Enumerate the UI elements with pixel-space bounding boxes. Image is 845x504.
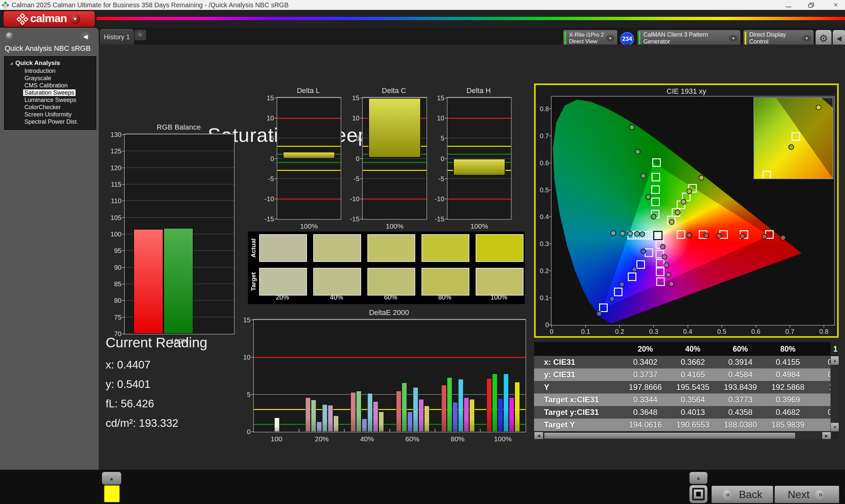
- y-tick-label: 0.8: [540, 105, 549, 112]
- measured-point-red: [739, 234, 745, 239]
- y-tick: [549, 163, 551, 163]
- y-tick-label: 5: [356, 134, 359, 142]
- cie-1931-panel[interactable]: CIE 1931 xy 00.10.20.30.40.50.60.70.800.…: [534, 84, 839, 338]
- measured-point-green: [645, 194, 651, 200]
- deltae-bar: [311, 400, 316, 432]
- meter-count-badge[interactable]: 234: [620, 32, 634, 46]
- chart-plot: 151050-5-10-15100%: [447, 97, 512, 220]
- y-tick-label: 15: [267, 94, 274, 102]
- chevron-down-icon[interactable]: ▼: [606, 35, 615, 41]
- delta-l-chart: Delta L151050-5-10-15100%: [277, 97, 340, 218]
- delta-c-chart: Delta C151050-5-10-15100%: [362, 97, 426, 218]
- sidebar-item-spectral-power-dist-[interactable]: Spectral Power Dist.: [23, 118, 96, 125]
- sidebar-item-introduction[interactable]: Introduction: [23, 67, 96, 74]
- tree-root[interactable]: ◢ Quick Analysis: [10, 59, 96, 67]
- deltae-group-label: 100%: [480, 435, 526, 443]
- stop-pattern-button[interactable]: [689, 485, 708, 503]
- next-button[interactable]: Next »: [774, 486, 839, 503]
- swatch-target-40%: [313, 268, 361, 295]
- close-icon[interactable]: ×: [831, 0, 840, 10]
- sphere-icon: [6, 32, 13, 40]
- table-row: Target y:CIE310.36480.40130.43580.46820.…: [534, 406, 830, 418]
- target-square-magenta: [656, 277, 665, 286]
- table-cell: 0.3773: [717, 394, 764, 406]
- y-tick-label: 95: [114, 247, 122, 255]
- calman-menu-button[interactable]: calman ▼: [3, 11, 95, 27]
- tab-history-1[interactable]: History 1: [100, 29, 134, 45]
- chart-plot: 15105010020%40%60%80%100%: [253, 319, 526, 432]
- minimize-icon[interactable]: [786, 3, 791, 7]
- main-content: Saturation Sweeps RGB Balance70758085909…: [99, 44, 845, 470]
- limit-line-red: [447, 199, 511, 200]
- deltae-bar: [487, 378, 492, 432]
- deltae-bar: [441, 385, 446, 432]
- y-tick-label: -10: [350, 195, 359, 202]
- nav-up-button[interactable]: ▲: [689, 472, 708, 484]
- sidebar-collapse-icon[interactable]: ◀: [80, 31, 91, 42]
- x-tick: [619, 325, 620, 327]
- scroll-left-icon[interactable]: ◀: [534, 432, 543, 439]
- back-button[interactable]: « Back: [711, 486, 773, 503]
- swatch-target-60%: [367, 268, 415, 295]
- pattern-selector-up-button[interactable]: ▲: [102, 472, 122, 485]
- y-tick-label: -5: [438, 175, 444, 182]
- table-column-header: 20%: [621, 342, 669, 356]
- x-tick: [653, 325, 654, 327]
- maximize-icon[interactable]: [808, 3, 814, 7]
- sidebar-item-luminance-sweeps[interactable]: Luminance Sweeps: [23, 96, 96, 104]
- up-arrow-icon: ▲: [109, 475, 114, 481]
- measured-point-blue: [619, 282, 625, 287]
- y-tick: [122, 167, 125, 168]
- pattern-color-swatch[interactable]: [104, 485, 120, 503]
- cie-zoom-inset: [754, 97, 833, 179]
- limit-line-red: [363, 199, 426, 200]
- limit-line-green: [277, 162, 341, 163]
- table-cell: 190.6553: [669, 418, 717, 431]
- chevron-down-icon[interactable]: ▼: [803, 35, 811, 41]
- sidebar-item-colorchecker[interactable]: ColorChecker: [23, 104, 96, 111]
- sidebar-item-cms-calibration[interactable]: CMS Calibration: [23, 82, 96, 89]
- chevron-down-icon[interactable]: ▼: [729, 35, 738, 41]
- chevron-down-icon[interactable]: ▼: [70, 14, 80, 24]
- gridline: [363, 158, 426, 159]
- current-measurement-marker: [653, 231, 663, 240]
- sidebar-item-saturation-sweeps[interactable]: Saturation Sweeps: [23, 89, 96, 96]
- tree-root-label: Quick Analysis: [15, 59, 60, 67]
- display-control-status-bar: [745, 32, 746, 45]
- deltae-bar: [498, 398, 503, 432]
- limit-line-yellow: [447, 146, 511, 147]
- limit-line-yellow: [363, 170, 426, 171]
- y-tick: [360, 199, 363, 199]
- scroll-down-icon[interactable]: ▼: [830, 422, 839, 432]
- table-cell: 0.4358: [717, 406, 764, 418]
- chart-plot: 151050-5-10-15100%: [277, 97, 341, 220]
- inset-measured-point: [816, 105, 822, 110]
- target-square-magenta: [656, 259, 665, 268]
- deltae-bar: [458, 379, 463, 432]
- y-tick-label: 0.5: [540, 186, 549, 194]
- limit-line-green: [363, 162, 426, 163]
- x-tick-label: 0.4: [683, 328, 692, 336]
- y-tick-label: 75: [114, 313, 122, 321]
- sidebar: ◀ Quick Analysis NBC sRGB ◢ Quick Analys…: [0, 28, 99, 470]
- tree-expander-icon[interactable]: ◢: [10, 61, 13, 65]
- scroll-up-icon[interactable]: ▲: [830, 356, 839, 365]
- delta-h-chart: Delta H151050-5-10-15100%: [447, 97, 510, 218]
- add-tab-button[interactable]: +: [134, 30, 146, 40]
- current-reading-cd: cd/m²: 193.332: [106, 417, 207, 430]
- horizontal-scroll-thumb[interactable]: [544, 432, 795, 439]
- sidebar-item-screen-uniformity[interactable]: Screen Uniformity: [23, 111, 96, 118]
- x-tick: [480, 429, 480, 432]
- y-tick: [122, 134, 125, 135]
- x-tick: [688, 325, 688, 327]
- deltae-bar: [424, 406, 429, 432]
- x-tick: [585, 325, 586, 327]
- scroll-right-icon[interactable]: ▶: [822, 432, 831, 439]
- deltae-group-label: 60%: [390, 435, 435, 443]
- sidebar-item-grayscale[interactable]: Grayscale: [23, 74, 96, 82]
- swatch-column-label: 60%: [367, 293, 414, 301]
- measured-point-cyan: [640, 231, 645, 237]
- vertical-scrollbar[interactable]: [830, 356, 839, 431]
- deltae-bar: [464, 397, 469, 432]
- table-cell: 0.3662: [669, 356, 717, 368]
